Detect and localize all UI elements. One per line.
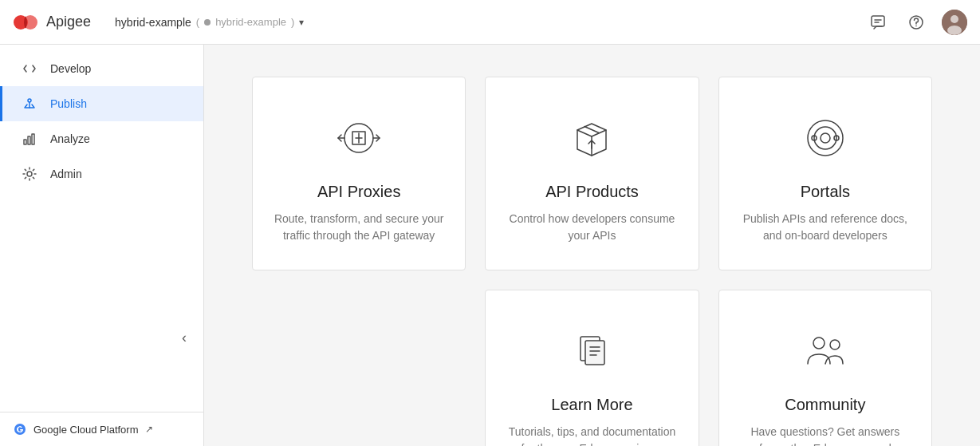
help-icon xyxy=(908,14,924,30)
env-sub-text: hybrid-example xyxy=(215,16,286,28)
svg-rect-2 xyxy=(872,16,884,26)
avatar-icon xyxy=(942,10,967,35)
api-proxies-desc: Route, transform, and secure your traffi… xyxy=(272,211,446,244)
api-products-title: API Products xyxy=(545,183,639,201)
svg-point-25 xyxy=(821,133,830,143)
svg-point-35 xyxy=(813,337,825,349)
env-sub-label: ( xyxy=(196,16,199,28)
community-desc: Have questions? Get answers from other E… xyxy=(738,424,912,446)
cards-top-row: API Proxies Route, transform, and secure… xyxy=(252,77,932,270)
api-proxies-title: API Proxies xyxy=(317,183,400,201)
learn-more-icon xyxy=(563,322,620,380)
main-layout: Develop Publish xyxy=(0,45,980,446)
sidebar-admin-label: Admin xyxy=(50,168,82,180)
svg-point-6 xyxy=(950,15,958,23)
chat-icon xyxy=(870,14,886,30)
topbar: Apigee hybrid-example ( hybrid-example )… xyxy=(0,0,980,45)
community-icon xyxy=(797,322,854,380)
gcp-logo-icon xyxy=(13,422,27,436)
sidebar: Develop Publish xyxy=(0,45,204,446)
community-card[interactable]: Community Have questions? Get answers fr… xyxy=(718,290,932,446)
svg-point-27 xyxy=(808,120,843,156)
api-products-desc: Control how developers consume your APIs xyxy=(505,211,679,244)
api-products-icon xyxy=(563,109,620,167)
help-button[interactable] xyxy=(903,10,929,35)
portals-card[interactable]: Portals Publish APIs and reference docs,… xyxy=(718,77,932,270)
env-label: hybrid-example xyxy=(115,16,191,29)
portals-icon xyxy=(797,109,854,167)
sidebar-nav: Develop Publish xyxy=(0,45,203,412)
community-title: Community xyxy=(785,396,865,414)
publish-icon xyxy=(22,96,37,112)
svg-rect-13 xyxy=(24,140,26,144)
notifications-button[interactable] xyxy=(865,10,891,35)
learn-more-title: Learn More xyxy=(551,396,632,414)
portals-desc: Publish APIs and reference docs, and on-… xyxy=(738,211,912,244)
apigee-logo-icon xyxy=(13,10,38,35)
svg-point-36 xyxy=(830,340,840,349)
svg-rect-15 xyxy=(32,134,34,144)
svg-point-26 xyxy=(814,127,836,149)
svg-rect-31 xyxy=(585,341,604,365)
learn-more-card[interactable]: Learn More Tutorials, tips, and document… xyxy=(485,290,699,446)
sidebar-analyze-label: Analyze xyxy=(50,132,90,145)
app-name: Apigee xyxy=(46,14,91,30)
env-dropdown-arrow[interactable]: ▾ xyxy=(299,17,304,28)
api-proxies-card[interactable]: API Proxies Route, transform, and secure… xyxy=(252,77,466,270)
analyze-icon xyxy=(22,131,37,147)
svg-point-16 xyxy=(27,172,32,176)
sidebar-item-analyze[interactable]: Analyze xyxy=(0,121,203,156)
learn-more-desc: Tutorials, tips, and documentation for t… xyxy=(505,424,679,446)
api-proxies-icon xyxy=(330,109,388,167)
cards-bottom-row: Learn More Tutorials, tips, and document… xyxy=(252,290,932,446)
env-selector[interactable]: hybrid-example ( hybrid-example ) ▾ xyxy=(115,16,304,29)
sidebar-develop-label: Develop xyxy=(50,62,91,75)
user-avatar[interactable] xyxy=(942,10,967,35)
svg-point-4 xyxy=(915,25,917,26)
svg-rect-14 xyxy=(28,136,30,144)
api-products-card[interactable]: API Products Control how developers cons… xyxy=(485,77,699,270)
main-content: API Proxies Route, transform, and secure… xyxy=(204,45,980,446)
portals-title: Portals xyxy=(801,183,850,201)
sidebar-item-admin[interactable]: Admin xyxy=(0,156,203,191)
sidebar-item-develop[interactable]: Develop xyxy=(0,51,203,86)
sidebar-publish-label: Publish xyxy=(50,97,87,110)
sidebar-bottom: Google Cloud Platform ↗ xyxy=(0,412,203,446)
gcp-link[interactable]: Google Cloud Platform ↗ xyxy=(13,422,153,436)
sidebar-collapse-button[interactable]: ‹ xyxy=(171,325,197,350)
admin-icon xyxy=(22,166,37,182)
develop-icon xyxy=(22,61,37,77)
topbar-actions xyxy=(865,10,967,35)
svg-point-7 xyxy=(947,26,962,35)
app-logo[interactable]: Apigee xyxy=(13,10,91,35)
sidebar-item-publish[interactable]: Publish xyxy=(0,86,203,121)
external-link-icon: ↗ xyxy=(145,424,153,435)
gcp-label: Google Cloud Platform xyxy=(33,424,139,436)
env-dot-icon xyxy=(204,19,211,26)
